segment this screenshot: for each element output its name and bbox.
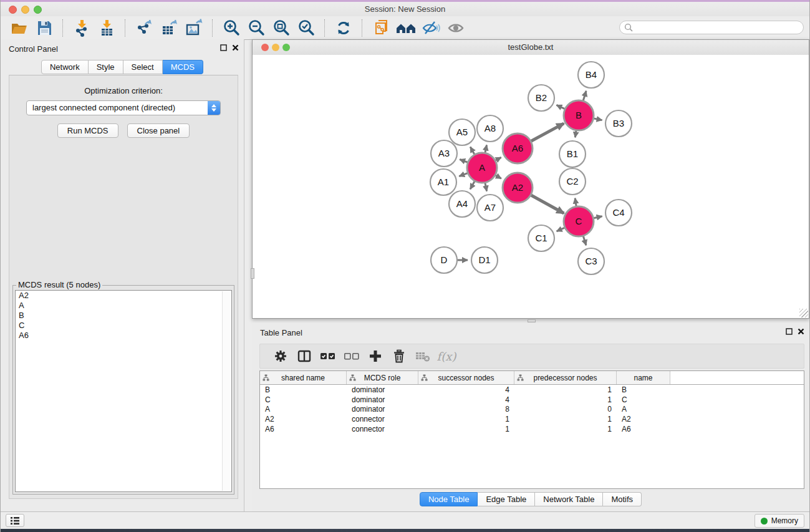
zoom-in-button[interactable] — [219, 17, 244, 38]
open-file-button[interactable] — [7, 17, 32, 38]
function-builder-button[interactable]: f(x) — [435, 346, 458, 367]
zoom-out-button[interactable] — [244, 17, 269, 38]
table-cell[interactable]: A2 — [617, 415, 670, 423]
show-column-button[interactable] — [292, 346, 316, 367]
mcds-result-item[interactable]: A — [16, 301, 231, 311]
tab-style[interactable]: Style — [89, 60, 123, 74]
close-panel-button[interactable]: Close panel — [127, 123, 190, 138]
tab-edge-table[interactable]: Edge Table — [478, 492, 535, 506]
export-network-button[interactable] — [132, 17, 157, 38]
memory-button[interactable]: Memory — [755, 514, 804, 528]
table-cell[interactable]: dominator — [347, 405, 418, 414]
table-cell[interactable]: A6 — [617, 425, 670, 433]
import-network-button[interactable] — [69, 17, 94, 38]
unselect-all-button[interactable] — [340, 346, 364, 367]
table-row[interactable]: A2connector11A2 — [260, 414, 804, 424]
table-row[interactable]: Cdominator41C — [260, 395, 804, 405]
table-cell[interactable]: 1 — [514, 395, 617, 404]
delete-table-button[interactable] — [411, 346, 435, 367]
first-neighbors-button[interactable] — [393, 17, 418, 38]
mcds-result-item[interactable]: A2 — [16, 291, 231, 301]
close-panel-icon[interactable] — [798, 328, 804, 335]
table-cell[interactable]: 1 — [514, 425, 617, 433]
mcds-result-item[interactable]: B — [16, 311, 231, 321]
graph-node-B[interactable] — [564, 100, 594, 130]
table-cell[interactable]: 4 — [418, 385, 514, 394]
graph-node-A1[interactable] — [430, 169, 456, 195]
graph-node-C3[interactable] — [578, 248, 604, 274]
column-header-successor-nodes[interactable]: successor nodes — [418, 371, 514, 384]
graph-node-B4[interactable] — [578, 62, 604, 88]
network-graph[interactable]: B4B2BB3A8A5A6A3B1AC2A1A2A4A7C4CC1DD1C3 — [253, 55, 809, 318]
criterion-select[interactable]: largest connected component (directed) — [26, 100, 221, 115]
search-input[interactable] — [634, 22, 792, 32]
window-resize-grip[interactable] — [799, 309, 808, 317]
column-header-predecessor-nodes[interactable]: predecessor nodes — [514, 371, 617, 384]
graph-node-B2[interactable] — [528, 85, 554, 111]
table-cell[interactable]: dominator — [347, 395, 418, 404]
search-field[interactable] — [619, 21, 804, 34]
minimize-traffic-light[interactable] — [21, 6, 29, 14]
column-header-name[interactable]: name — [617, 371, 670, 384]
zoom-selected-button[interactable] — [294, 17, 319, 38]
table-row[interactable]: Bdominator41B — [260, 385, 804, 395]
horizontal-splitter-handle[interactable] — [251, 268, 254, 279]
network-window-title-bar[interactable]: testGlobe.txt — [253, 40, 809, 56]
table-cell[interactable]: dominator — [347, 385, 418, 394]
tab-network-table[interactable]: Network Table — [535, 492, 603, 506]
table-cell[interactable]: A — [260, 405, 347, 414]
graph-node-A5[interactable] — [449, 119, 475, 145]
run-mcds-button[interactable]: Run MCDS — [57, 123, 118, 138]
table-cell[interactable]: 1 — [514, 385, 617, 394]
graph-node-C4[interactable] — [605, 200, 632, 226]
save-session-button[interactable] — [32, 17, 57, 38]
vertical-splitter-handle[interactable] — [528, 319, 536, 322]
graph-node-C1[interactable] — [528, 225, 554, 251]
float-panel-icon[interactable] — [220, 44, 227, 51]
tab-motifs[interactable]: Motifs — [603, 492, 642, 506]
refresh-button[interactable] — [331, 17, 356, 38]
table-cell[interactable]: 0 — [514, 405, 617, 414]
graph-node-C2[interactable] — [559, 168, 586, 195]
graph-node-B3[interactable] — [605, 110, 632, 137]
table-cell[interactable]: A2 — [260, 415, 347, 423]
export-table-button[interactable] — [157, 17, 181, 38]
table-cell[interactable]: 1 — [514, 415, 617, 423]
table-cell[interactable]: 4 — [418, 395, 514, 404]
column-header-shared-name[interactable]: shared name — [260, 371, 347, 384]
table-cell[interactable]: C — [617, 395, 670, 404]
import-table-button[interactable] — [94, 17, 119, 38]
table-cell[interactable]: 1 — [418, 415, 514, 423]
table-row[interactable]: A6connector11A6 — [260, 424, 804, 434]
mcds-result-item[interactable]: C — [16, 321, 231, 331]
show-all-button[interactable] — [443, 17, 468, 38]
tab-mcds[interactable]: MCDS — [163, 60, 203, 74]
zoom-fit-button[interactable] — [269, 17, 294, 38]
graph-node-A8[interactable] — [477, 115, 503, 142]
table-cell[interactable]: 8 — [418, 405, 514, 414]
column-header-MCDS-role[interactable]: MCDS role — [347, 371, 418, 384]
table-cell[interactable]: connector — [347, 425, 418, 433]
table-cell[interactable]: connector — [347, 415, 418, 423]
table-cell[interactable]: B — [260, 385, 347, 394]
table-cell[interactable]: A6 — [260, 425, 347, 433]
graph-node-A2[interactable] — [503, 173, 533, 203]
close-traffic-light[interactable] — [9, 6, 17, 14]
list-scrollbar[interactable] — [222, 291, 231, 491]
graph-node-B1[interactable] — [559, 141, 586, 167]
graph-node-A3[interactable] — [431, 140, 457, 167]
graph-node-D1[interactable] — [471, 247, 498, 273]
table-cell[interactable]: B — [617, 385, 670, 394]
graph-node-A[interactable] — [467, 153, 497, 183]
float-panel-icon[interactable] — [786, 328, 793, 335]
tab-select[interactable]: Select — [123, 60, 163, 74]
select-all-button[interactable] — [316, 346, 340, 367]
tab-node-table[interactable]: Node Table — [420, 492, 478, 506]
mcds-result-item[interactable]: A6 — [16, 331, 231, 341]
delete-row-button[interactable] — [387, 346, 411, 367]
hide-selected-button[interactable] — [418, 17, 443, 38]
add-row-button[interactable] — [364, 346, 387, 367]
network-close-traffic-light[interactable] — [261, 44, 269, 51]
close-panel-icon[interactable] — [232, 44, 239, 51]
graph-node-A6[interactable] — [503, 133, 533, 163]
